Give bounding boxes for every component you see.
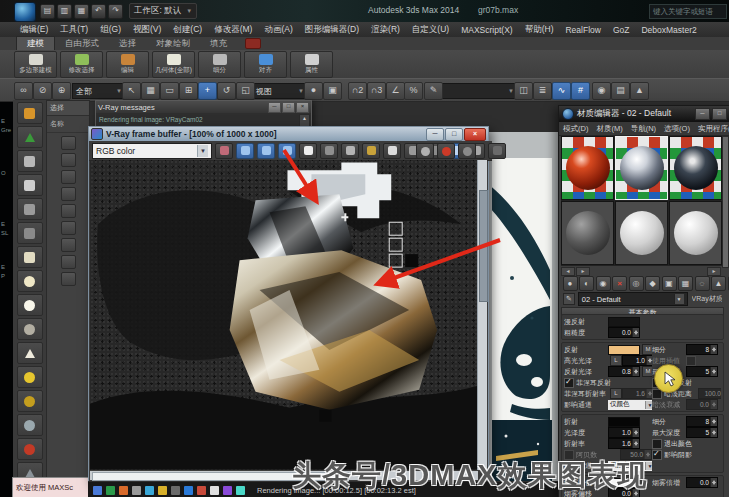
slot-nav-next-icon[interactable]: ► (576, 267, 590, 276)
render-region-icon[interactable] (458, 143, 476, 159)
material-sample-slot[interactable] (669, 136, 722, 200)
reset-slot-icon[interactable]: ◎ (629, 276, 644, 291)
material-type-button[interactable]: VRay材质 (692, 294, 722, 304)
align-icon[interactable]: ≣ (533, 82, 552, 100)
dock-tool-button[interactable] (17, 390, 43, 412)
affect-channels-dropdown[interactable]: 仅颜色▼ (608, 400, 652, 410)
menu-item[interactable]: 动画(A) (258, 24, 298, 36)
ribbon-tab[interactable]: 对象绘制 (146, 37, 200, 50)
menu-item[interactable]: MAXScript(X) (455, 25, 518, 35)
render-setup-icon[interactable]: ▤ (611, 82, 630, 100)
reflection-subdivs-spinner[interactable]: 8 (686, 344, 718, 355)
menu-item[interactable]: DeboxMaster2 (635, 25, 702, 35)
workspace-dropdown[interactable]: 工作区: 默认▼ (129, 3, 197, 19)
ior-spinner[interactable]: 1.6 (608, 438, 640, 449)
taskbar-app-icon[interactable] (171, 486, 180, 495)
dock-tool-button[interactable] (17, 294, 43, 316)
close-icon[interactable]: × (296, 102, 309, 113)
ribbon-button[interactable]: 编辑 (106, 51, 149, 78)
fresnel-checkbox[interactable] (564, 378, 574, 388)
menu-item[interactable]: 工具(T) (54, 24, 94, 36)
search-input[interactable]: 键入关键字或短语 (649, 4, 727, 19)
undo-icon[interactable]: ↶ (91, 4, 106, 19)
mirror-icon[interactable]: ◫ (514, 82, 533, 100)
reflection-map-button[interactable]: M (642, 344, 652, 355)
ribbon-tab[interactable]: 填充 (200, 37, 237, 50)
make-unique-icon[interactable]: ◆ (645, 276, 660, 291)
menu-item[interactable]: 自定义(U) (406, 24, 455, 36)
taskbar-app-icon[interactable] (119, 486, 128, 495)
assign-to-selection-icon[interactable]: ◉ (596, 276, 611, 291)
pixel-info-icon[interactable] (488, 143, 506, 159)
window-crossing-icon[interactable]: ⊞ (179, 82, 198, 100)
select-scale-icon[interactable]: ◱ (236, 82, 255, 100)
ribbon-tab[interactable]: 自由形式 (55, 37, 109, 50)
vray-messages-titlebar[interactable]: V-Ray messages ─ □ × (96, 101, 311, 113)
dock-tool-button[interactable] (17, 342, 43, 364)
alpha-channel-icon[interactable] (320, 143, 338, 159)
ribbon-collapse-icon[interactable] (245, 38, 261, 49)
menu-item[interactable]: 帮助(H) (519, 24, 560, 36)
red-channel-icon[interactable] (236, 143, 254, 159)
show-end-result-icon[interactable]: ◌ (695, 276, 710, 291)
dim-distance-spinner[interactable]: 100.0 (698, 388, 721, 399)
panel-tab[interactable]: 选择 (47, 101, 89, 116)
explorer-item-icon[interactable] (61, 187, 76, 201)
affect-shadows-checkbox[interactable] (652, 450, 662, 460)
explorer-item-icon[interactable] (61, 170, 76, 184)
material-name-dropdown[interactable]: 02 - Default▼ (578, 292, 688, 306)
taskbar-app-icon[interactable] (93, 486, 102, 495)
fresnel-ior-spinner[interactable]: 1.6 (622, 388, 652, 399)
percent-snap-icon[interactable]: % (404, 82, 423, 100)
blue-channel-icon[interactable] (278, 143, 296, 159)
ribbon-button[interactable]: 细分 (198, 51, 241, 78)
vfb-titlebar[interactable]: V-Ray frame buffer - [100% of 1000 x 100… (89, 127, 488, 141)
edit-named-selection-icon[interactable]: ✎ (424, 82, 443, 100)
taskbar-app-icon[interactable] (210, 486, 219, 495)
menu-item[interactable]: 修改器(M) (208, 24, 258, 36)
menu-item[interactable]: 视图(V) (127, 24, 167, 36)
slot-scrollbar[interactable] (722, 136, 729, 268)
get-material-icon[interactable]: ● (563, 276, 578, 291)
selection-region-icon[interactable]: ▭ (160, 82, 179, 100)
named-selection-dropdown[interactable]: ▼ (436, 83, 518, 99)
show-map-in-viewport-icon[interactable]: ▦ (678, 276, 693, 291)
bind-spacewarp-icon[interactable]: ⊕ (52, 82, 71, 100)
fog-multiplier-spinner[interactable]: 0.0 (686, 477, 718, 488)
taskbar-app-icon[interactable] (223, 486, 232, 495)
selection-filter-dropdown[interactable]: 全部▼ (72, 83, 126, 99)
ribbon-button[interactable]: 几何体(全部) (152, 51, 195, 78)
explorer-item-icon[interactable] (61, 204, 76, 218)
hilight-lock-button[interactable]: L (610, 355, 622, 366)
clear-image-icon[interactable] (383, 143, 401, 159)
exit-color-checkbox[interactable] (652, 439, 662, 449)
refraction-gloss-spinner[interactable]: 1.0 (608, 427, 640, 438)
open-file-icon[interactable]: ▥ (57, 4, 72, 19)
menu-item[interactable]: 创建(C) (167, 24, 208, 36)
maximize-icon[interactable]: □ (712, 108, 727, 120)
dock-tool-button[interactable] (17, 438, 43, 460)
material-sample-slot[interactable] (615, 136, 668, 200)
render-last-icon[interactable] (416, 143, 434, 159)
name-column-header[interactable]: 名称 (47, 116, 89, 133)
dock-tool-button[interactable] (17, 222, 43, 244)
hilight-gloss-spinner[interactable]: 1.0 (622, 355, 652, 366)
put-to-scene-icon[interactable]: ◐ (579, 276, 594, 291)
render-production-icon[interactable]: ▲ (630, 82, 649, 100)
taskbar-app-icon[interactable] (132, 486, 141, 495)
green-channel-icon[interactable] (257, 143, 275, 159)
minimize-icon[interactable]: ─ (426, 128, 444, 141)
minimize-icon[interactable]: ─ (695, 108, 710, 120)
menu-item[interactable]: 导航(N) (627, 124, 660, 134)
ribbon-button[interactable]: 对齐 (244, 51, 287, 78)
explorer-item-icon[interactable] (61, 238, 76, 252)
material-sample-slot[interactable] (615, 201, 668, 265)
roughness-spinner[interactable]: 0.0 (608, 327, 640, 338)
select-link-icon[interactable]: ∞ (14, 82, 33, 100)
save-material-icon[interactable]: ▣ (662, 276, 677, 291)
reflection-gloss-map-button[interactable]: M (642, 366, 652, 377)
go-to-parent-icon[interactable]: ▲ (711, 276, 726, 291)
maximize-icon[interactable]: □ (282, 102, 295, 113)
dock-tool-button[interactable] (17, 150, 43, 172)
taskbar-app-icon[interactable] (145, 486, 154, 495)
